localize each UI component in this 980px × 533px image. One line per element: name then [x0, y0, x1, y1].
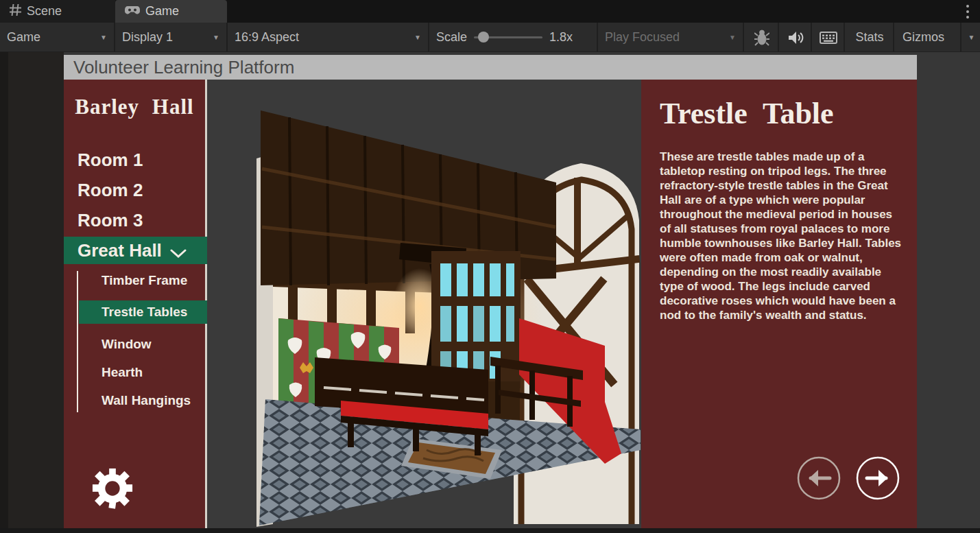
- tab-game[interactable]: Game: [115, 0, 227, 23]
- scale-control: Scale 1.8x: [429, 23, 598, 52]
- sidebar-item-great-hall[interactable]: Great Hall: [64, 237, 207, 264]
- chevron-down-icon: ▼: [414, 34, 421, 41]
- kebab-menu-icon[interactable]: [962, 3, 973, 20]
- scene-3d-viewport[interactable]: [207, 80, 641, 528]
- gizmos-dropdown-arrow[interactable]: ▼: [963, 23, 980, 52]
- sidebar-subitem-wall-hangings[interactable]: Wall Hangings: [79, 389, 207, 412]
- app-title: Volunteer Learning Platform: [73, 57, 294, 78]
- scale-slider-knob[interactable]: [478, 32, 489, 43]
- game-toolbar: Game ▼ Display 1 ▼ 16:9 Aspect ▼ Scale 1…: [0, 23, 980, 52]
- display-target-label: Game: [7, 30, 40, 45]
- chevron-down-icon: ▼: [213, 34, 219, 41]
- sidebar: Barley Hall Room 1 Room 2 Room 3 Great H…: [64, 80, 207, 528]
- chevron-down-icon: [170, 242, 187, 263]
- chevron-down-icon: ▼: [968, 34, 975, 41]
- sidebar-subitem-timber-frame[interactable]: Timber Frame: [79, 269, 207, 292]
- tab-game-label: Game: [145, 4, 179, 19]
- sidebar-subitem-window[interactable]: Window: [79, 333, 207, 356]
- info-body-text: These are trestle tables made up of a ta…: [660, 150, 905, 322]
- app-window: Volunteer Learning Platform Barley Hall …: [64, 55, 917, 528]
- scale-value: 1.8x: [549, 30, 573, 45]
- sidebar-heading: Barley Hall: [64, 95, 205, 119]
- gizmos-button[interactable]: Gizmos: [896, 23, 961, 52]
- play-focused-label: Play Focused: [605, 30, 680, 45]
- editor-tabbar: Scene Game: [0, 0, 980, 23]
- display-label: Display 1: [122, 30, 173, 45]
- speaker-icon: [787, 30, 804, 45]
- unity-editor: Scene Game Game ▼ Display 1 ▼ 16:9 Aspec…: [0, 0, 980, 533]
- scale-label: Scale: [436, 30, 467, 45]
- next-arrow-button[interactable]: [855, 455, 900, 501]
- gamepad-icon: [125, 4, 140, 19]
- previous-arrow-button[interactable]: [796, 455, 841, 501]
- info-panel: Trestle Table These are trestle tables m…: [641, 80, 917, 528]
- viewport-bottom-edge: [0, 528, 980, 533]
- sidebar-item-room-3[interactable]: Room 3: [64, 206, 207, 234]
- viewport-letterbox: [0, 52, 64, 533]
- stats-label: Stats: [855, 30, 883, 45]
- sidebar-item-room-1[interactable]: Room 1: [64, 146, 207, 174]
- app-titlebar: Volunteer Learning Platform: [64, 55, 917, 80]
- tab-scene-label: Scene: [27, 4, 62, 19]
- display-target-dropdown[interactable]: Game ▼: [0, 23, 115, 52]
- stats-button[interactable]: Stats: [846, 23, 894, 52]
- chevron-down-icon: ▼: [729, 34, 736, 41]
- bug-icon: [754, 29, 769, 46]
- submenu-indent-line: [77, 271, 78, 412]
- play-focused-dropdown[interactable]: Play Focused ▼: [598, 23, 744, 52]
- mute-audio-button[interactable]: [780, 23, 812, 52]
- sidebar-item-room-2[interactable]: Room 2: [64, 176, 207, 204]
- scale-slider[interactable]: [474, 36, 542, 38]
- keyboard-icon-button[interactable]: [813, 23, 845, 52]
- tab-scene[interactable]: Scene: [0, 0, 115, 23]
- info-heading: Trestle Table: [660, 96, 834, 131]
- sidebar-subitem-hearth[interactable]: Hearth: [79, 361, 207, 384]
- aspect-label: 16:9 Aspect: [235, 30, 299, 45]
- keyboard-icon: [820, 32, 837, 44]
- chevron-down-icon: ▼: [100, 34, 107, 41]
- scene-grid-icon: [10, 4, 21, 19]
- aspect-dropdown[interactable]: 16:9 Aspect ▼: [228, 23, 429, 52]
- debug-bug-button[interactable]: [745, 23, 779, 52]
- settings-gear-button[interactable]: [91, 467, 134, 510]
- display-dropdown[interactable]: Display 1 ▼: [115, 23, 228, 52]
- gizmos-label: Gizmos: [903, 30, 944, 45]
- sidebar-subitem-trestle-tables[interactable]: Trestle Tables: [79, 300, 207, 324]
